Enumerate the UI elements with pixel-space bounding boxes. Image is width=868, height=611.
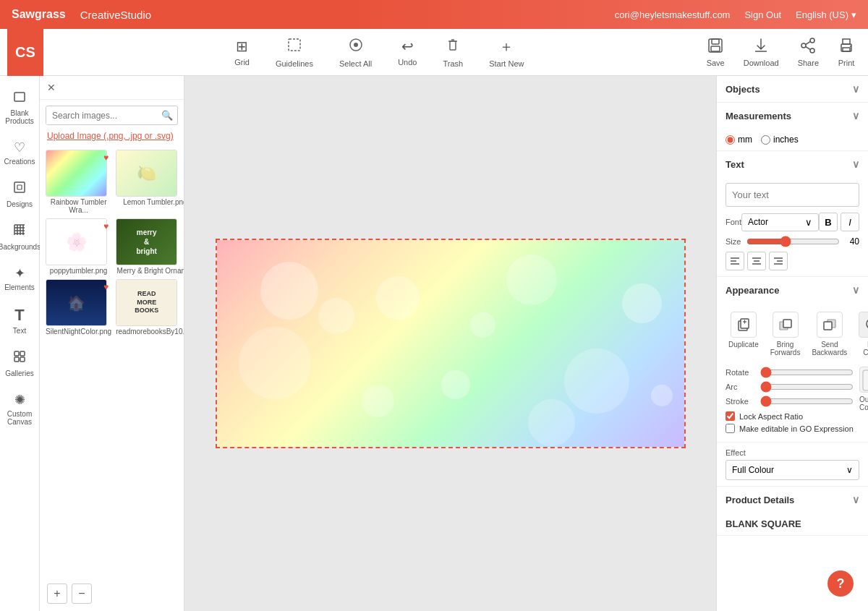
sidebar-label-backgrounds: Backgrounds xyxy=(0,243,41,251)
sidebar-item-text[interactable]: T Text xyxy=(0,300,39,341)
svg-point-2 xyxy=(354,43,358,47)
inches-radio-label[interactable]: inches xyxy=(761,134,799,145)
search-icon: 🔍 xyxy=(157,106,177,124)
toolbar-right: Save Download Share Print xyxy=(701,34,861,70)
list-item[interactable]: ♥ Rainbow Tumbler Wra... xyxy=(46,150,111,214)
upload-link[interactable]: Upload Image (.png, .jpg or .svg) xyxy=(47,131,176,141)
guidelines-button[interactable]: Guidelines xyxy=(270,34,319,71)
list-item[interactable]: 🌸 ♥ poppytumbler.png xyxy=(46,218,111,275)
list-item[interactable]: 🍋 ♥ Lemon Tumbler.png xyxy=(116,150,184,214)
make-editable-checkbox[interactable] xyxy=(726,424,735,433)
favorite-icon[interactable]: ♥ xyxy=(103,153,109,163)
italic-button[interactable]: I xyxy=(841,213,859,231)
svg-point-18 xyxy=(850,46,851,47)
sidebar-item-elements[interactable]: ✦ Elements xyxy=(0,260,39,297)
toolbar: CS ⊞ Grid Guidelines Select All ↩ Undo xyxy=(0,29,868,76)
bring-forwards-button[interactable]: Bring Forwards xyxy=(767,309,804,359)
print-button[interactable]: Print xyxy=(832,34,861,70)
mm-radio-label[interactable]: mm xyxy=(726,134,752,145)
thumbnail-poppy: 🌸 xyxy=(46,218,107,265)
align-right-button[interactable] xyxy=(769,252,788,270)
appearance-header[interactable]: Appearance ∨ xyxy=(717,277,868,303)
text-header[interactable]: Text ∨ xyxy=(717,151,868,177)
search-box[interactable]: 🔍 xyxy=(46,106,178,125)
sidebar-item-custom-canvas[interactable]: ✺ Custom Canvas xyxy=(0,386,39,432)
fill-color-button[interactable]: Fill Color xyxy=(856,309,868,359)
size-slider[interactable] xyxy=(746,236,840,247)
objects-header[interactable]: Objects ∨ xyxy=(717,76,868,102)
measurements-header[interactable]: Measurements ∨ xyxy=(717,103,868,129)
appearance-chevron-icon: ∨ xyxy=(852,284,859,296)
canvas-frame[interactable] xyxy=(216,239,686,448)
download-icon xyxy=(752,37,770,56)
bold-button[interactable]: B xyxy=(819,213,838,231)
size-label: Size xyxy=(726,237,741,246)
duplicate-icon xyxy=(731,312,757,338)
language-selector[interactable]: English (US) ▾ xyxy=(796,9,856,20)
effect-selected-value: Full Colour xyxy=(732,465,774,475)
image-caption: Merry & Bright Ornam... xyxy=(116,267,184,275)
duplicate-button[interactable]: Duplicate xyxy=(726,309,762,359)
undo-button[interactable]: ↩ Undo xyxy=(392,35,422,69)
mm-label: mm xyxy=(738,134,752,145)
product-details-header[interactable]: Product Details ∨ xyxy=(717,487,868,513)
outline-color-swatch[interactable]: A xyxy=(859,367,868,393)
lock-aspect-label: Lock Aspect Ratio xyxy=(739,412,803,421)
start-new-icon: ＋ xyxy=(499,37,514,56)
trash-icon xyxy=(445,37,461,56)
sidebar-item-galleries[interactable]: Galleries xyxy=(0,343,39,383)
image-panel: ✕ 🔍 Upload Image (.png, .jpg or .svg) ♥ … xyxy=(40,76,184,611)
download-button[interactable]: Download xyxy=(738,34,785,70)
svg-rect-20 xyxy=(14,182,25,192)
stroke-slider[interactable] xyxy=(760,396,854,407)
list-item[interactable]: merry&bright ♥ Merry & Bright Ornam... xyxy=(116,218,184,275)
lock-aspect-checkbox[interactable] xyxy=(726,411,735,421)
search-input[interactable] xyxy=(46,107,157,124)
sliders-and-outline: Rotate Arc Stroke xyxy=(726,367,859,411)
select-all-button[interactable]: Select All xyxy=(333,34,378,71)
effect-select[interactable]: Full Colour ∨ xyxy=(726,460,859,480)
save-button[interactable]: Save xyxy=(701,34,731,70)
svg-line-14 xyxy=(806,46,811,49)
align-center-button[interactable] xyxy=(747,252,766,270)
sidebar-label-custom-canvas: Custom Canvas xyxy=(3,410,36,426)
align-left-button[interactable] xyxy=(726,252,744,270)
backgrounds-icon xyxy=(12,223,27,241)
arc-slider[interactable] xyxy=(760,381,854,393)
list-item[interactable]: READMOREBOOKS ♥ readmorebooksBy10.jpg xyxy=(116,279,184,336)
panel-close-button[interactable]: ✕ xyxy=(47,82,56,93)
svg-point-10 xyxy=(810,38,814,43)
font-selector[interactable]: Actor ∨ xyxy=(741,213,819,231)
grid-button[interactable]: ⊞ Grid xyxy=(229,35,255,69)
sidebar-item-designs[interactable]: Designs xyxy=(0,174,39,214)
favorite-icon[interactable]: ♥ xyxy=(103,221,109,231)
measurements-content: mm inches xyxy=(717,129,868,150)
svg-rect-30 xyxy=(14,351,19,356)
creations-icon: ♡ xyxy=(14,140,25,155)
start-new-button[interactable]: ＋ Start New xyxy=(483,34,529,71)
mm-radio[interactable] xyxy=(726,135,735,145)
text-input[interactable] xyxy=(726,183,859,207)
select-all-label: Select All xyxy=(339,59,372,68)
sidebar-item-creations[interactable]: ♡ Creations xyxy=(0,134,39,171)
inches-radio[interactable] xyxy=(761,135,770,145)
sidebar-item-backgrounds[interactable]: Backgrounds xyxy=(0,217,39,257)
trash-button[interactable]: Trash xyxy=(437,34,469,71)
sliders-col: Rotate Arc Stroke xyxy=(726,367,854,411)
size-value: 40 xyxy=(846,236,859,247)
left-sidebar: Blank Products ♡ Creations Designs Backg… xyxy=(0,76,40,611)
sidebar-item-blank-products[interactable]: Blank Products xyxy=(0,83,39,131)
zoom-in-button[interactable]: + xyxy=(47,584,67,604)
sign-out-link[interactable]: Sign Out xyxy=(744,9,781,20)
appearance-title: Appearance xyxy=(726,285,779,296)
favorite-icon[interactable]: ♥ xyxy=(103,282,109,292)
help-button[interactable]: ? xyxy=(827,571,854,597)
elements-icon: ✦ xyxy=(14,265,25,281)
list-item[interactable]: 🏠 ♥ SilentNightColor.png xyxy=(46,279,111,336)
unit-radio-group: mm inches xyxy=(726,134,859,145)
print-icon xyxy=(838,37,855,56)
share-button[interactable]: Share xyxy=(792,34,825,70)
send-backwards-button[interactable]: Send Backwards xyxy=(809,309,850,359)
rotate-slider[interactable] xyxy=(760,367,854,378)
zoom-out-button[interactable]: − xyxy=(72,584,92,604)
